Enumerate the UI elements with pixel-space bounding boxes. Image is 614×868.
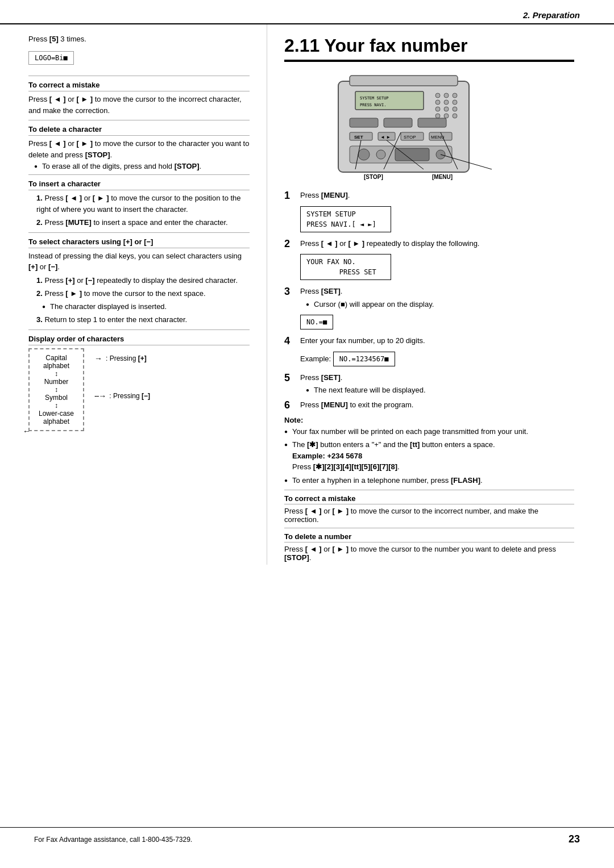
right-delete-title: To delete a number [284, 532, 574, 542]
svg-rect-18 [384, 118, 412, 127]
step-2-content: Press [ ◄ ] or [ ► ] repeatedly to displ… [300, 238, 574, 283]
svg-rect-19 [418, 118, 446, 127]
fax-image: SYSTEM SETUP PRESS NAVI. [284, 70, 574, 185]
svg-rect-31 [395, 148, 429, 161]
svg-point-14 [435, 114, 440, 118]
right-correct-body: Press [ ◄ ] or [ ► ] to move the cursor … [284, 507, 574, 524]
left-content: Press [5] 3 times. LOGO=Bi■ To correct a… [28, 35, 250, 431]
press-instruction: Press [5] 3 times. [28, 35, 250, 43]
right-delete-body: Press [ ◄ ] or [ ► ] to move the cursor … [284, 545, 574, 562]
step-2-number: 2 [284, 238, 297, 250]
step-5-number: 5 [284, 372, 297, 384]
svg-text:[SET]: [SET] [344, 183, 359, 183]
svg-point-5 [435, 93, 440, 98]
step-3-bullet: Cursor (■) will appear on the display. [306, 299, 574, 310]
arrow-down-3: ↕ [39, 402, 74, 410]
insert-step-1: 1. Press [ ◄ ] or [ ► ] to move the curs… [36, 193, 250, 215]
step-2: 2 Press [ ◄ ] or [ ► ] repeatedly to dis… [284, 238, 574, 283]
arrow-down-1: ↕ [39, 370, 74, 378]
step-4-number: 4 [284, 335, 297, 347]
step-5-bullet: The next feature will be displayed. [306, 385, 574, 396]
section-insert-title: To insert a character [28, 180, 250, 190]
step-6: 6 Press [MENU] to exit the program. [284, 399, 574, 411]
svg-text:◄ ►: ◄ ► [380, 135, 391, 140]
svg-point-16 [453, 114, 457, 118]
main-content: Press [5] 3 times. LOGO=Bi■ To correct a… [0, 24, 614, 565]
arrow-plus: → : Pressing [+] [94, 354, 150, 363]
page: 2. Preparation Press [5] 3 times. LOGO=B… [0, 0, 614, 868]
arrow-down-2: ↕ [39, 386, 74, 394]
footer-text: For Fax Advantage assistance, call 1-800… [34, 836, 192, 844]
svg-point-9 [444, 100, 449, 105]
svg-text:[ ◄ ][ ► ]: [ ◄ ][ ► ] [395, 183, 420, 183]
arrow-minus: --→ : Pressing [−] [94, 391, 150, 400]
section-main-title: 2.11 Your fax number [284, 35, 574, 62]
svg-rect-17 [350, 118, 378, 127]
section-name: Your fax number [325, 35, 468, 56]
char-number: Number [39, 378, 74, 386]
arrow-plus-label: : Pressing [+] [106, 354, 147, 362]
footer-page: 23 [569, 833, 580, 845]
step-3: 3 Press [SET]. Cursor (■) will appear on… [284, 286, 574, 332]
step-1: 1 Press [MENU]. SYSTEM SETUPPRESS NAVI.[… [284, 190, 574, 235]
section-delete-body: Press [ ◄ ] or [ ► ] to move the cursor … [28, 138, 250, 170]
svg-text:[MENU]: [MENU] [432, 174, 453, 180]
section-select-title: To select characters using [+] or [−] [28, 237, 250, 248]
char-diagram: Capitalalphabet ↕ Number ↕ Symbol ↕ Lowe… [28, 348, 250, 431]
example-label: Example: [300, 354, 333, 363]
step-1-number: 1 [284, 190, 297, 202]
fax-machine-svg: SYSTEM SETUP PRESS NAVI. [333, 70, 526, 183]
char-arrows: → : Pressing [+] --→ : Pressing [−] [94, 354, 150, 400]
section-number: 2.11 [284, 35, 320, 56]
step-3-content: Press [SET]. Cursor (■) will appear on t… [300, 286, 574, 332]
svg-text:SYSTEM SETUP: SYSTEM SETUP [360, 96, 389, 101]
select-step-2: 2. Press [ ► ] to move the cursor to the… [36, 288, 250, 312]
char-lowercase: Lower-casealphabet [39, 410, 74, 425]
svg-text:PRESS NAVI.: PRESS NAVI. [360, 103, 386, 107]
page-header: 2. Preparation [0, 0, 614, 24]
svg-point-11 [435, 107, 440, 111]
step-3-number: 3 [284, 286, 297, 298]
step-5: 5 Press [SET]. The next feature will be … [284, 372, 574, 396]
step-6-number: 6 [284, 399, 297, 411]
note-bullet-1: Your fax number will be printed on each … [284, 426, 574, 437]
right-correct-title: To correct a mistake [284, 494, 574, 504]
svg-point-10 [453, 100, 457, 105]
step-4-example: NO.=1234567■ [333, 352, 395, 366]
select-step-1: 1. Press [+] or [−] repeatedly to displa… [36, 275, 250, 286]
note-title: Note: [284, 416, 574, 424]
insert-step-2: 2. Press [MUTE] to insert a space and en… [36, 217, 250, 228]
footer: For Fax Advantage assistance, call 1-800… [0, 827, 614, 851]
select-step-3: 3. Return to step 1 to enter the next ch… [36, 314, 250, 326]
right-column: 2.11 Your fax number SYSTEM SETUP PRESS … [267, 24, 580, 565]
header-title: 2. Preparation [523, 10, 580, 20]
section-correct-title: To correct a mistake [28, 81, 250, 91]
svg-point-6 [444, 93, 449, 98]
note-section: Note: Your fax number will be printed on… [284, 416, 574, 486]
step-1-display: SYSTEM SETUPPRESS NAVI.[ ◄ ►] [300, 206, 391, 232]
note-bullet-3: To enter a hyphen in a telephone number,… [284, 475, 574, 486]
svg-point-13 [453, 107, 457, 111]
left-column: Press [5] 3 times. LOGO=Bi■ To correct a… [23, 24, 267, 565]
svg-text:MENU: MENU [431, 135, 445, 140]
section-correct-body: Press [ ◄ ] or [ ► ] to move the cursor … [28, 94, 250, 116]
section-delete-title: To delete a character [28, 125, 250, 136]
svg-text:SET: SET [354, 135, 363, 140]
step-1-content: Press [MENU]. SYSTEM SETUPPRESS NAVI.[ ◄… [300, 190, 574, 235]
step-4-content: Enter your fax number, up to 20 digits. … [300, 335, 574, 369]
step-3-display: NO.=■ [300, 315, 333, 329]
char-diagram-title: Display order of characters [28, 335, 250, 345]
char-capital: Capitalalphabet [39, 354, 74, 370]
step-6-content: Press [MENU] to exit the program. [300, 399, 574, 411]
logo-display: LOGO=Bi■ [28, 51, 74, 65]
step-4: 4 Enter your fax number, up to 20 digits… [284, 335, 574, 369]
svg-point-12 [444, 107, 449, 111]
svg-point-15 [444, 114, 449, 118]
svg-point-29 [358, 149, 370, 160]
step-2-display: YOUR FAX NO. PRESS SET [300, 254, 391, 280]
arrow-minus-label: : Pressing [−] [109, 392, 150, 400]
dashed-arrow-icon: --→ [94, 391, 106, 400]
char-symbol: Symbol [39, 394, 74, 402]
svg-text:[STOP]: [STOP] [364, 174, 383, 180]
svg-text:STOP: STOP [404, 135, 416, 140]
